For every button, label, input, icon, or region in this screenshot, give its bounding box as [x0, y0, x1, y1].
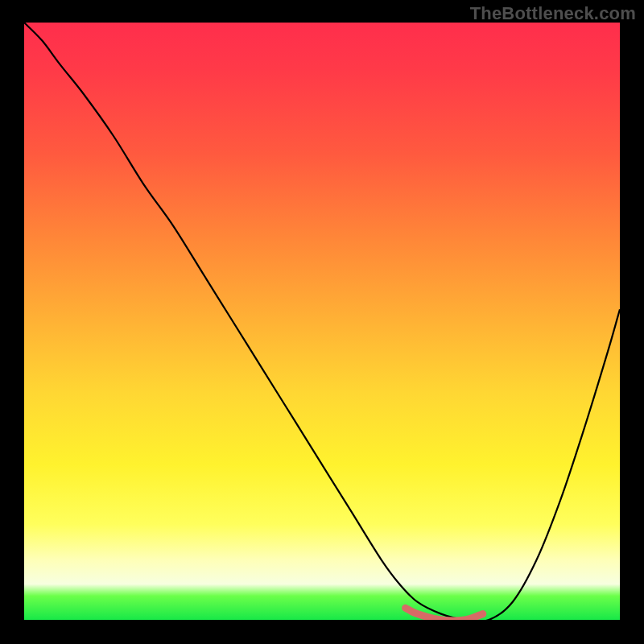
curve-layer [24, 23, 620, 620]
watermark-text: TheBottleneck.com [470, 3, 636, 24]
chart-frame: TheBottleneck.com [0, 0, 644, 644]
plot-area [24, 23, 620, 620]
bottleneck-curve [24, 23, 620, 620]
optimal-range-highlight [406, 608, 483, 620]
